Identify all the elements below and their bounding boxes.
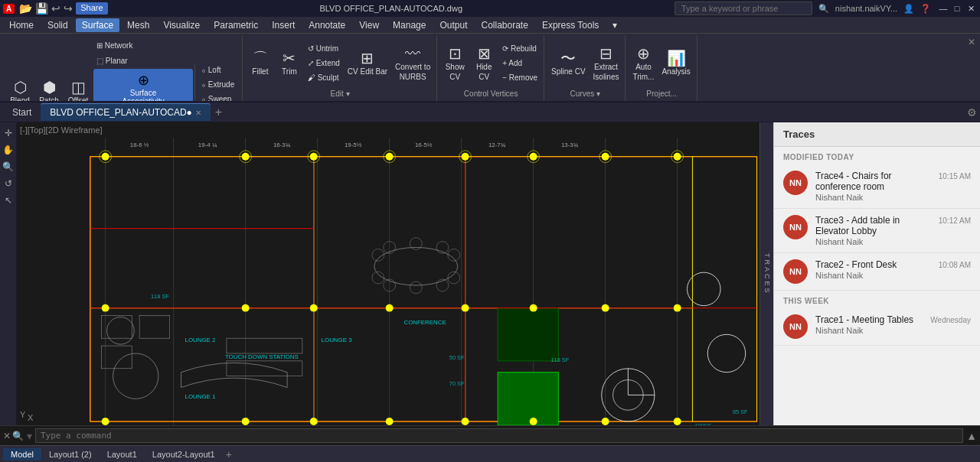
save-icon[interactable]: 💾: [35, 2, 48, 15]
ribbon-btn-sculpt[interactable]: 🖌 Sculpt: [305, 71, 343, 85]
share-btn[interactable]: Share: [76, 2, 107, 15]
ribbon-btn-network[interactable]: ⊞ Network: [93, 38, 193, 52]
tab-row: Start BLVD OFFICE_PLAN-AUTOCAD● ✕ + ⚙: [0, 102, 980, 122]
ribbon-btn-extrude[interactable]: ⬦ Extrude: [198, 78, 239, 92]
open-icon[interactable]: 📂: [19, 2, 32, 15]
toolbar-select[interactable]: ↖: [1, 193, 16, 208]
ribbon-btn-extend[interactable]: ⤢ Extend: [305, 57, 343, 70]
ribbon-btn-fillet[interactable]: ⌒ Fillet: [247, 41, 274, 86]
svg-rect-26: [498, 308, 558, 361]
traces-header: Traces: [774, 122, 980, 147]
toolbar-orbit[interactable]: ↺: [1, 176, 16, 191]
menu-mesh[interactable]: Mesh: [121, 18, 155, 32]
ribbon-collapse-btn[interactable]: ✕: [968, 37, 975, 47]
tab-blvd-office[interactable]: BLVD OFFICE_PLAN-AUTOCAD● ✕: [41, 103, 211, 121]
ribbon-btn-untrim[interactable]: ↺ Untrim: [305, 42, 343, 56]
ribbon-btn-sweep[interactable]: ⬦ Sweep: [198, 93, 239, 103]
trace2-time: 10:08 AM: [939, 261, 971, 269]
ribbon-btn-add[interactable]: + Add: [499, 57, 541, 70]
menu-home[interactable]: Home: [3, 18, 40, 32]
trace-item-1[interactable]: NN Trace1 - Meeting Tables Nishant Naik …: [774, 308, 980, 346]
ribbon-btn-rebuild[interactable]: ⟳ Rebuild: [499, 42, 541, 56]
toolbar-pan[interactable]: ✋: [1, 142, 16, 158]
bottom-tab-layout1[interactable]: Layout1: [100, 448, 145, 460]
cmd-search-icon[interactable]: 🔍: [12, 431, 24, 441]
bottom-tab-layout1-2[interactable]: Layout1 (2): [41, 448, 100, 460]
traces-panel-indicator[interactable]: TRACES: [760, 122, 773, 425]
svg-text:LOUNGE 3: LOUNGE 3: [322, 337, 353, 343]
ribbon-btn-cv-edit-bar[interactable]: ⊞ CV Edit Bar: [345, 41, 390, 86]
ribbon-btn-blend[interactable]: ⬡ Blend: [6, 69, 34, 102]
command-input[interactable]: [35, 428, 963, 443]
tab-start[interactable]: Start: [3, 104, 41, 121]
bottom-tab-layout2[interactable]: Layout2-Layout1: [145, 448, 223, 460]
undo-icon[interactable]: ↩: [51, 2, 60, 15]
search-icon[interactable]: 🔍: [818, 4, 829, 14]
ribbon-btn-auto-trim[interactable]: ⊕ Auto Trim...: [629, 41, 657, 86]
ribbon-col-loft: ⬦ Loft ⬦ Extrude ⬦ Sweep ⬦ Revolve: [194, 63, 239, 103]
ribbon-btn-trim[interactable]: ✂ Trim: [276, 41, 303, 86]
ribbon-btn-patch[interactable]: ⬢ Patch: [35, 69, 63, 102]
menu-express-tools[interactable]: Express Tools: [536, 18, 605, 32]
user-info[interactable]: nishant.naikVY...: [835, 4, 897, 13]
svg-point-53: [102, 153, 109, 161]
menu-annotate[interactable]: Annotate: [302, 18, 351, 32]
svg-text:16-3¾: 16-3¾: [273, 142, 291, 148]
ribbon-btn-hide-cv[interactable]: ⊠ Hide CV: [470, 41, 498, 86]
toolbar-zoom[interactable]: 🔍: [1, 159, 16, 174]
ribbon-label-project: Project...: [646, 89, 676, 99]
drawing-canvas[interactable]: [-][Top][2D Wireframe] 18-6 ½ 19-4 ¼: [17, 122, 773, 425]
trace-item-2[interactable]: NN Trace2 - Front Desk Nishant Naik 10:0…: [774, 253, 980, 291]
ribbon-btn-surface-associativity[interactable]: ⊕ Surface Associativity: [93, 69, 193, 102]
svg-text:50 SF: 50 SF: [449, 354, 465, 361]
help-icon[interactable]: ❓: [920, 4, 931, 14]
ribbon-label-curves: Curves ▾: [570, 89, 600, 99]
tab-settings-icon[interactable]: ⚙: [967, 106, 977, 119]
trace-item-3[interactable]: NN Trace3 - Add table in Elevator Lobby …: [774, 209, 980, 253]
menu-manage[interactable]: Manage: [387, 18, 432, 32]
bottom-tab-model[interactable]: Model: [3, 448, 41, 460]
ribbon-cv-row: ⊡ Show CV ⊠ Hide CV ⟳ Rebuild + Add − Re…: [441, 37, 541, 89]
cmd-dropdown-btn[interactable]: ▾: [27, 430, 32, 442]
user-icon[interactable]: 👤: [903, 4, 914, 14]
redo-icon[interactable]: ↪: [64, 2, 73, 15]
cad-svg: 18-6 ½ 19-4 ¼ 16-3¾ 19-5½ 16-5½ 12-7¾ 13…: [28, 138, 773, 425]
cmd-close-icon[interactable]: ✕: [3, 431, 11, 441]
tab-close-btn[interactable]: ✕: [195, 109, 201, 117]
close-button[interactable]: ✕: [965, 2, 977, 15]
ribbon-btn-analysis[interactable]: 📊 Analysis: [658, 41, 693, 86]
ribbon-btn-remove[interactable]: − Remove: [499, 71, 541, 85]
trace-item-4[interactable]: NN Trace4 - Chairs for conference room N…: [774, 164, 980, 209]
toolbar-crosshair[interactable]: ✛: [1, 125, 16, 141]
maximize-button[interactable]: □: [951, 2, 963, 15]
menu-parametric[interactable]: Parametric: [207, 18, 264, 32]
tab-add-btn[interactable]: +: [211, 104, 227, 121]
svg-text:12-7¾: 12-7¾: [488, 142, 506, 148]
layout-add-btn[interactable]: +: [223, 447, 235, 462]
menu-view[interactable]: View: [353, 18, 385, 32]
x-axis-label: X: [28, 413, 33, 422]
svg-rect-25: [498, 373, 558, 425]
ribbon-btn-convert-nurbs[interactable]: 〰 Convert to NURBS: [392, 41, 433, 86]
analysis-icon: 📊: [667, 50, 686, 66]
trace2-title: Trace2 - Front Desk: [815, 259, 931, 270]
menu-collaborate[interactable]: Collaborate: [475, 18, 534, 32]
ribbon-btn-extract-isolines[interactable]: ⊟ Extract Isolines: [590, 41, 622, 86]
ribbon-btn-spline-cv[interactable]: 〜 Spline CV: [548, 41, 588, 86]
ribbon-btn-loft[interactable]: ⬦ Loft: [198, 63, 239, 77]
menu-solid[interactable]: Solid: [41, 18, 74, 32]
menu-more[interactable]: ▾: [606, 18, 623, 32]
menu-output[interactable]: Output: [433, 18, 473, 32]
ribbon-btn-planar[interactable]: ⬚ Planar: [93, 54, 193, 67]
svg-text:19-4 ¼: 19-4 ¼: [198, 142, 217, 148]
menu-visualize[interactable]: Visualize: [157, 18, 206, 32]
ribbon-btn-offset[interactable]: ◫ Offset: [64, 69, 92, 102]
menu-surface[interactable]: Surface: [76, 18, 119, 32]
menu-bar: Home Solid Surface Mesh Visualize Parame…: [0, 17, 980, 34]
minimize-button[interactable]: —: [937, 2, 949, 15]
cmd-scroll-up[interactable]: ▲: [966, 430, 977, 442]
keyword-search-input[interactable]: [675, 2, 812, 15]
ribbon-btn-show-cv[interactable]: ⊡ Show CV: [441, 41, 469, 86]
menu-insert[interactable]: Insert: [266, 18, 301, 32]
svg-point-76: [674, 418, 681, 425]
